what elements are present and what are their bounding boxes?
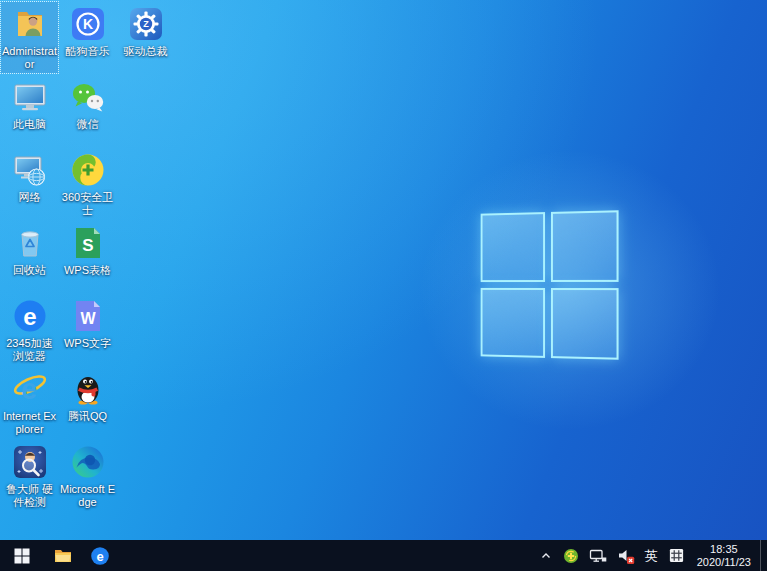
file-explorer-icon (53, 546, 73, 566)
ime-keyboard-button[interactable] (665, 540, 688, 571)
wechat-icon (70, 79, 106, 115)
recycle-bin-icon (12, 225, 48, 261)
desktop-icon-wps-writer[interactable]: W WPS文字 (59, 294, 116, 352)
desktop-icon-label: 驱动总裁 (124, 45, 168, 58)
desktop-icon-ludashi[interactable]: 鲁大师 硬件检测 (1, 440, 58, 511)
internet-explorer-icon: e (12, 371, 48, 407)
desktop-icon-label: 酷狗音乐 (66, 45, 110, 58)
desktop-icon-recycle-bin[interactable]: 回收站 (1, 221, 58, 279)
svg-text:K: K (82, 16, 92, 32)
desktop-icon-wps-spreadsheet[interactable]: S WPS表格 (59, 221, 116, 279)
show-desktop-button[interactable] (760, 540, 766, 571)
desktop-icon-drvceo[interactable]: Z 驱动总裁 (117, 2, 174, 60)
windows-logo (481, 210, 619, 359)
desktop-icon-network[interactable]: 网络 (1, 148, 58, 206)
2345-browser-icon: e (12, 298, 48, 334)
desktop-icon-kugou-music[interactable]: K 酷狗音乐 (59, 2, 116, 60)
desktop-icon-label: 腾讯QQ (68, 410, 107, 423)
desktop-icon-label: 微信 (77, 118, 99, 131)
desktop-icon-wechat[interactable]: 微信 (59, 75, 116, 133)
taskbar: e (0, 540, 767, 571)
360-security-icon (70, 152, 106, 188)
desktop-icon-2345-browser[interactable]: e 2345加速浏览器 (1, 294, 58, 365)
desktop-icon-label: 鲁大师 硬件检测 (1, 483, 58, 509)
desktop-icon-label: 360安全卫士 (59, 191, 116, 217)
taskbar-clock[interactable]: 18:35 2020/11/23 (692, 543, 756, 569)
volume-muted-icon (617, 547, 635, 565)
desktop-icon-internet-explorer[interactable]: e Internet Explorer (1, 367, 58, 438)
desktop-icon-microsoft-edge[interactable]: Microsoft Edge (59, 440, 116, 511)
360-security-tray-icon (563, 548, 579, 564)
desktop-icon-label: 2345加速浏览器 (1, 337, 58, 363)
microsoft-edge-icon (70, 444, 106, 480)
svg-text:e: e (23, 303, 36, 330)
system-tray: 英 18:35 2020/11/23 (536, 540, 767, 571)
tray-network[interactable] (586, 540, 610, 571)
network-tray-icon (589, 548, 607, 564)
start-button[interactable] (0, 540, 44, 571)
chevron-up-icon (539, 549, 553, 563)
windows-logo-pane (551, 210, 619, 282)
desktop-icon-label: Internet Explorer (1, 410, 58, 436)
taskbar-empty-area (118, 540, 536, 571)
windows-logo-pane (481, 212, 545, 282)
ime-keyboard-icon (668, 547, 685, 564)
desktop-icon-this-pc[interactable]: 此电脑 (1, 75, 58, 133)
desktop-icon-administrator[interactable]: Administrator (1, 2, 58, 73)
svg-text:W: W (80, 310, 96, 327)
tencent-qq-icon (70, 371, 106, 407)
svg-text:S: S (82, 236, 93, 255)
taskbar-file-explorer-button[interactable] (44, 540, 81, 571)
ludashi-icon (12, 444, 48, 480)
tray-volume-muted[interactable] (614, 540, 638, 571)
this-pc-icon (12, 79, 48, 115)
desktop-icon-label: Microsoft Edge (59, 483, 116, 509)
user-folder-icon (12, 6, 48, 42)
network-icon (12, 152, 48, 188)
wps-writer-icon: W (70, 298, 106, 334)
desktop-icon-label: WPS表格 (64, 264, 111, 277)
desktop-icon-label: 网络 (19, 191, 41, 204)
desktop-icon-label: 回收站 (13, 264, 46, 277)
desktop-icon-tencent-qq[interactable]: 腾讯QQ (59, 367, 116, 425)
ime-language-indicator[interactable]: 英 (642, 540, 661, 571)
clock-time: 18:35 (697, 543, 751, 556)
drvceo-icon: Z (128, 6, 164, 42)
kugou-music-icon: K (70, 6, 106, 42)
clock-date: 2020/11/23 (697, 556, 751, 569)
windows-logo-pane (481, 288, 545, 358)
tray-360-security[interactable] (560, 540, 582, 571)
windows-logo-pane (551, 288, 619, 360)
desktop-icon-label: WPS文字 (64, 337, 111, 350)
taskbar-2345-browser-button[interactable]: e (81, 540, 118, 571)
svg-text:e: e (20, 373, 36, 405)
hidden-icons-button[interactable] (536, 540, 556, 571)
desktop-icon-label: Administrator (1, 45, 58, 71)
2345-browser-icon: e (90, 546, 110, 566)
desktop-icon-label: 此电脑 (13, 118, 46, 131)
windows-start-icon (14, 548, 30, 564)
svg-text:e: e (96, 548, 103, 563)
wps-spreadsheet-icon: S (70, 225, 106, 261)
desktop-icon-360-security[interactable]: 360安全卫士 (59, 148, 116, 219)
svg-text:Z: Z (143, 19, 149, 29)
